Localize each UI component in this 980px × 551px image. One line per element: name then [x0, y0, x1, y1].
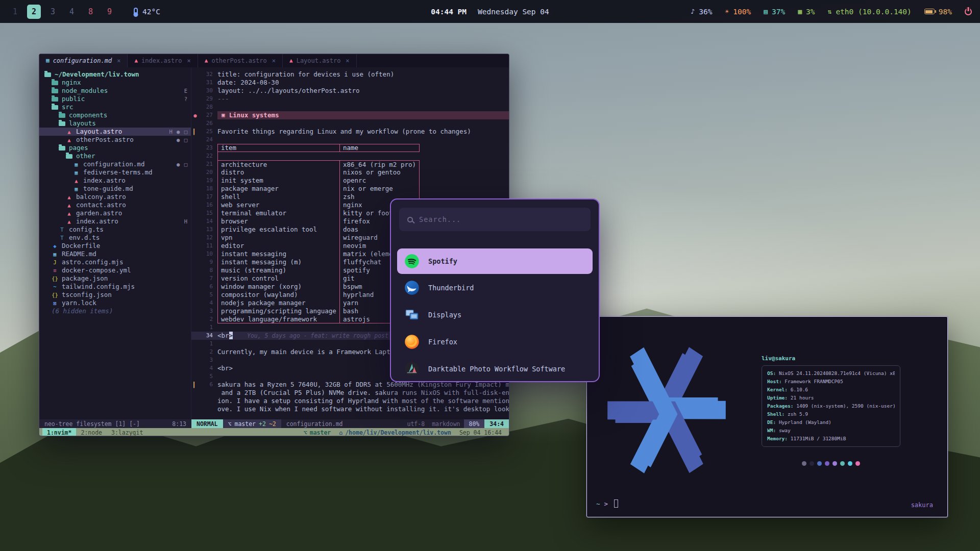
tree-item-label: docker-compose.yml	[62, 266, 131, 274]
workspace-1[interactable]: 1	[8, 5, 22, 19]
launcher-item-firefox[interactable]: Firefox	[391, 328, 599, 355]
tree-item-contact-astro[interactable]: ▲contact.astro	[39, 201, 191, 209]
table-row: 19init systemopenrc	[191, 177, 509, 185]
table-cell-item: window manager (xorg)	[217, 283, 340, 291]
tree-item-astro-config-mjs[interactable]: Jastro.config.mjs	[39, 258, 191, 266]
clock-time: 04:44 PM	[431, 8, 467, 16]
fetch-info-key: Packages:	[767, 403, 793, 409]
launcher-items: SpotifyThunderbirdDisplaysFirefoxDarktab…	[391, 248, 599, 382]
tab-close-icon[interactable]: ×	[187, 57, 191, 65]
tree-item-pages[interactable]: pages	[39, 144, 191, 152]
tree-item-dockerfile[interactable]: ◆Dockerfile	[39, 242, 191, 250]
launcher-item-label: Thunderbird	[428, 284, 474, 292]
tree-item-nginx[interactable]: nginx	[39, 79, 191, 87]
line-number: 21	[199, 160, 217, 168]
temperature-module[interactable]: 42°C	[134, 8, 160, 16]
tab-close-icon[interactable]: ×	[117, 57, 120, 65]
tree-item-layout-astro[interactable]: ▲Layout.astroH ● □	[39, 128, 191, 136]
volume-module[interactable]: ♪36%	[691, 8, 712, 16]
tmux-window-1-nvim[interactable]: 1:nvim*	[42, 428, 76, 436]
tab-configuration-md[interactable]: ▦configuration.md×	[39, 54, 128, 67]
table-cell-item: compositor (wayland)	[217, 291, 340, 299]
memory-module[interactable]: ▤37%	[764, 8, 785, 16]
line-number: 34	[199, 332, 217, 340]
tree-item-configuration-md[interactable]: ▦configuration.md● □	[39, 160, 191, 168]
tree-item-readme-md[interactable]: ▦README.md	[39, 250, 191, 258]
tree-item-node-modules[interactable]: node_modulesE	[39, 87, 191, 95]
tree-item-config-ts[interactable]: Tconfig.ts	[39, 226, 191, 234]
git-branch-icon: ⌥	[228, 420, 232, 428]
launcher-item-displays[interactable]: Displays	[391, 301, 599, 328]
tree-item-tailwind-config-mjs[interactable]: ~tailwind.config.mjs	[39, 283, 191, 291]
tab-layout-astro[interactable]: ▲Layout.astro×	[283, 54, 357, 67]
tree-item-index-astro[interactable]: ▲index.astro	[39, 177, 191, 185]
git-status-badge: H ● □	[169, 128, 188, 136]
tree-item-tsconfig-json[interactable]: {}tsconfig.json	[39, 291, 191, 299]
md-file-icon: ▦	[46, 57, 50, 65]
fetch-info-value: zsh 5.9	[785, 411, 808, 417]
fetch-info-key: Memory:	[767, 436, 788, 441]
tab-close-icon[interactable]: ×	[272, 57, 276, 65]
network-icon: ⇅	[828, 8, 832, 15]
brightness-module[interactable]: ☀100%	[725, 8, 751, 16]
tree-item-tone-guide-md[interactable]: ▦tone-guide.md	[39, 185, 191, 193]
neotree-statusline: neo-tree filesystem [1] [-] 8:13	[39, 419, 191, 428]
line-number: 6	[199, 381, 217, 389]
table-cell-item: nodejs package manager	[217, 299, 340, 307]
line-number: 17	[199, 193, 217, 201]
launcher-item-spotify[interactable]: Spotify	[397, 248, 593, 274]
tree-item-src[interactable]: src	[39, 103, 191, 111]
vim-mode-indicator: NORMAL	[191, 419, 223, 428]
tree-item-garden-astro[interactable]: ▲garden.astro	[39, 209, 191, 217]
tree-item-env-d-ts[interactable]: Tenv.d.ts	[39, 234, 191, 242]
workspace-3[interactable]: 3	[46, 5, 60, 19]
line-number: 2	[199, 315, 217, 323]
power-module[interactable]	[965, 8, 972, 15]
search-input[interactable]	[419, 215, 582, 223]
tree-item-label: configuration.md	[83, 160, 144, 168]
workspace-8[interactable]: 8	[84, 5, 97, 19]
launcher-item-thunderbird[interactable]: Thunderbird	[391, 274, 599, 301]
tree-item-yarn-lock[interactable]: ⊠yarn.lock	[39, 299, 191, 307]
launcher-search[interactable]	[399, 208, 591, 231]
tree-item-otherpost-astro[interactable]: ▲otherPost.astro● □	[39, 136, 191, 144]
memory-icon: ▤	[764, 8, 768, 15]
tmux-window-2-node[interactable]: 2:node	[76, 428, 107, 436]
fetch-info-row: WM: sway	[767, 427, 895, 435]
tree-item-other[interactable]: other	[39, 152, 191, 160]
tree-item-package-json[interactable]: {}package.json	[39, 274, 191, 283]
workspace-2[interactable]: 2	[27, 5, 41, 19]
tree-item-development-liv-town[interactable]: ~/Development/liv.town	[39, 70, 191, 79]
clock-module[interactable]: 04:44 PM Wednesday Sep 04	[431, 8, 549, 16]
battery-module[interactable]: 98%	[924, 8, 952, 16]
tab-index-astro[interactable]: ▲index.astro×	[128, 54, 198, 67]
tree-item-index-astro[interactable]: ▲index.astroH	[39, 217, 191, 226]
workspace-4[interactable]: 4	[65, 5, 79, 19]
tree-item-label: components	[69, 111, 107, 119]
fetch-info-panel: liv@sakura OS: NixOS 24.11.20240828.71e9…	[762, 355, 900, 466]
line-number: 30	[199, 87, 217, 95]
workspace-9[interactable]: 9	[103, 5, 116, 19]
launcher-item-darktable-photo-workflow-software[interactable]: Darktable Photo Workflow Software	[391, 355, 599, 382]
tab-close-icon[interactable]: ×	[346, 57, 349, 65]
tree-item-label: (6 hidden items)	[52, 307, 113, 315]
tree-item-6-hidden-items[interactable]: (6 hidden items)	[39, 307, 191, 315]
network-module[interactable]: ⇅eth0 (10.0.0.140)	[828, 8, 912, 16]
astro-file-icon: ▲	[134, 57, 138, 65]
file-tree-panel: ~/Development/liv.townnginxnode_modulesE…	[39, 67, 191, 419]
tmux-window-3-lazygit[interactable]: 3:lazygit	[107, 428, 148, 436]
tree-item-label: nginx	[62, 79, 81, 87]
tree-item-components[interactable]: components	[39, 111, 191, 119]
tree-item-balcony-astro[interactable]: ▲balcony.astro	[39, 193, 191, 201]
line-number: 23	[199, 144, 217, 152]
cursor-block: >	[229, 332, 233, 339]
tree-item-fediverse-terms-md[interactable]: ▦fediverse-terms.md	[39, 168, 191, 177]
filetype-segment: markdown	[428, 419, 463, 428]
tree-item-layouts[interactable]: layouts	[39, 119, 191, 128]
cpu-module[interactable]: ▦3%	[798, 8, 815, 16]
js-file-icon: J	[52, 258, 58, 266]
tree-item-public[interactable]: public?	[39, 95, 191, 103]
table-cell-item: programming/scripting language	[217, 307, 340, 315]
tree-item-docker-compose-yml[interactable]: ≡docker-compose.yml	[39, 266, 191, 274]
tab-otherpost-astro[interactable]: ▲otherPost.astro×	[198, 54, 283, 67]
